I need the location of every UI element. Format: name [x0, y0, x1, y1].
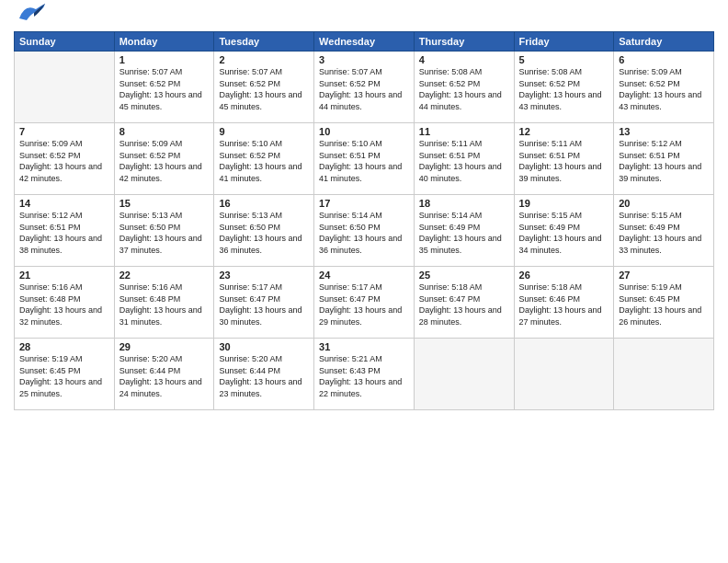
day-number: 12	[519, 126, 609, 137]
sunrise-label: Sunrise: 5:10 AM	[319, 139, 382, 148]
calendar-cell: 25 Sunrise: 5:18 AM Sunset: 6:47 PM Dayl…	[414, 267, 514, 339]
calendar-cell: 16 Sunrise: 5:13 AM Sunset: 6:50 PM Dayl…	[214, 195, 314, 267]
day-number: 15	[119, 198, 210, 209]
col-header-tuesday: Tuesday	[214, 32, 314, 52]
sunrise-label: Sunrise: 5:16 AM	[119, 282, 183, 292]
sunrise-label: Sunrise: 5:12 AM	[619, 139, 682, 148]
daylight-label: Daylight: 13 hours and 35 minutes.	[419, 234, 502, 255]
calendar-cell: 14 Sunrise: 5:12 AM Sunset: 6:51 PM Dayl…	[15, 195, 115, 267]
cell-info: Sunrise: 5:18 AM Sunset: 6:47 PM Dayligh…	[419, 282, 509, 327]
sunset-label: Sunset: 6:44 PM	[119, 366, 181, 375]
page: SundayMondayTuesdayWednesdayThursdayFrid…	[0, 0, 728, 563]
sunrise-label: Sunrise: 5:13 AM	[219, 211, 282, 220]
cell-info: Sunrise: 5:12 AM Sunset: 6:51 PM Dayligh…	[19, 210, 109, 256]
calendar-cell	[15, 52, 115, 123]
day-number: 13	[619, 126, 709, 137]
calendar-cell	[414, 339, 514, 410]
daylight-label: Daylight: 13 hours and 39 minutes.	[619, 162, 701, 183]
sunrise-label: Sunrise: 5:15 AM	[619, 211, 682, 220]
calendar-cell	[514, 339, 614, 410]
daylight-label: Daylight: 13 hours and 32 minutes.	[19, 305, 102, 327]
day-number: 9	[219, 126, 309, 137]
calendar-cell: 23 Sunrise: 5:17 AM Sunset: 6:47 PM Dayl…	[214, 267, 314, 339]
calendar-cell: 18 Sunrise: 5:14 AM Sunset: 6:49 PM Dayl…	[414, 195, 514, 267]
day-number: 7	[19, 126, 109, 137]
sunrise-label: Sunrise: 5:11 AM	[519, 139, 583, 148]
calendar-cell: 21 Sunrise: 5:16 AM Sunset: 6:48 PM Dayl…	[15, 267, 115, 339]
daylight-label: Daylight: 13 hours and 44 minutes.	[419, 90, 502, 111]
sunrise-label: Sunrise: 5:12 AM	[19, 211, 83, 220]
daylight-label: Daylight: 13 hours and 34 minutes.	[519, 234, 602, 255]
cell-info: Sunrise: 5:10 AM Sunset: 6:51 PM Dayligh…	[319, 138, 409, 184]
sunrise-label: Sunrise: 5:09 AM	[619, 67, 682, 76]
calendar-cell: 29 Sunrise: 5:20 AM Sunset: 6:44 PM Dayl…	[114, 339, 214, 410]
cell-info: Sunrise: 5:15 AM Sunset: 6:49 PM Dayligh…	[619, 210, 709, 256]
sunrise-label: Sunrise: 5:07 AM	[319, 67, 382, 76]
daylight-label: Daylight: 13 hours and 36 minutes.	[219, 234, 301, 255]
calendar-week-5: 28 Sunrise: 5:19 AM Sunset: 6:45 PM Dayl…	[15, 339, 714, 410]
day-number: 11	[419, 126, 509, 137]
sunrise-label: Sunrise: 5:19 AM	[19, 354, 83, 363]
sunset-label: Sunset: 6:45 PM	[19, 366, 81, 375]
cell-info: Sunrise: 5:13 AM Sunset: 6:50 PM Dayligh…	[119, 210, 210, 256]
cell-info: Sunrise: 5:19 AM Sunset: 6:45 PM Dayligh…	[19, 353, 109, 399]
calendar-cell: 20 Sunrise: 5:15 AM Sunset: 6:49 PM Dayl…	[614, 195, 714, 267]
calendar-cell: 1 Sunrise: 5:07 AM Sunset: 6:52 PM Dayli…	[114, 52, 214, 123]
day-number: 10	[319, 126, 409, 137]
daylight-label: Daylight: 13 hours and 31 minutes.	[119, 305, 202, 327]
day-number: 2	[219, 54, 309, 65]
day-number: 24	[319, 270, 409, 281]
col-header-saturday: Saturday	[614, 32, 714, 52]
sunrise-label: Sunrise: 5:15 AM	[519, 211, 583, 220]
calendar-cell: 31 Sunrise: 5:21 AM Sunset: 6:43 PM Dayl…	[314, 339, 415, 410]
calendar-cell: 11 Sunrise: 5:11 AM Sunset: 6:51 PM Dayl…	[414, 123, 514, 195]
daylight-label: Daylight: 13 hours and 27 minutes.	[519, 305, 602, 327]
header	[14, 9, 714, 26]
sunset-label: Sunset: 6:52 PM	[19, 151, 81, 160]
sunset-label: Sunset: 6:45 PM	[619, 294, 680, 304]
sunrise-label: Sunrise: 5:07 AM	[219, 67, 282, 76]
daylight-label: Daylight: 13 hours and 25 minutes.	[19, 377, 102, 398]
sunset-label: Sunset: 6:46 PM	[519, 294, 581, 304]
col-header-monday: Monday	[114, 32, 214, 52]
calendar-cell: 2 Sunrise: 5:07 AM Sunset: 6:52 PM Dayli…	[214, 52, 314, 123]
calendar-cell: 26 Sunrise: 5:18 AM Sunset: 6:46 PM Dayl…	[514, 267, 614, 339]
sunrise-label: Sunrise: 5:10 AM	[219, 139, 282, 148]
day-number: 22	[119, 270, 210, 281]
sunset-label: Sunset: 6:50 PM	[219, 223, 280, 232]
cell-info: Sunrise: 5:21 AM Sunset: 6:43 PM Dayligh…	[319, 353, 409, 399]
sunset-label: Sunset: 6:51 PM	[619, 151, 680, 160]
cell-info: Sunrise: 5:19 AM Sunset: 6:45 PM Dayligh…	[619, 282, 709, 327]
sunset-label: Sunset: 6:50 PM	[119, 223, 181, 232]
daylight-label: Daylight: 13 hours and 43 minutes.	[519, 90, 602, 111]
day-number: 31	[319, 341, 409, 352]
sunset-label: Sunset: 6:47 PM	[419, 294, 481, 304]
day-number: 25	[419, 270, 509, 281]
daylight-label: Daylight: 13 hours and 22 minutes.	[319, 377, 402, 398]
daylight-label: Daylight: 13 hours and 43 minutes.	[619, 90, 701, 111]
sunset-label: Sunset: 6:43 PM	[319, 366, 381, 375]
sunrise-label: Sunrise: 5:17 AM	[219, 282, 282, 292]
day-number: 23	[219, 270, 309, 281]
sunrise-label: Sunrise: 5:18 AM	[519, 282, 583, 292]
sunset-label: Sunset: 6:51 PM	[419, 151, 481, 160]
sunset-label: Sunset: 6:49 PM	[619, 223, 680, 232]
sunrise-label: Sunrise: 5:14 AM	[419, 211, 483, 220]
cell-info: Sunrise: 5:07 AM Sunset: 6:52 PM Dayligh…	[119, 66, 210, 112]
day-number: 8	[119, 126, 210, 137]
daylight-label: Daylight: 13 hours and 38 minutes.	[19, 234, 102, 255]
cell-info: Sunrise: 5:09 AM Sunset: 6:52 PM Dayligh…	[619, 66, 709, 112]
sunset-label: Sunset: 6:52 PM	[119, 79, 181, 88]
calendar-week-3: 14 Sunrise: 5:12 AM Sunset: 6:51 PM Dayl…	[15, 195, 714, 267]
calendar-cell: 6 Sunrise: 5:09 AM Sunset: 6:52 PM Dayli…	[614, 52, 714, 123]
calendar-cell: 17 Sunrise: 5:14 AM Sunset: 6:50 PM Dayl…	[314, 195, 415, 267]
cell-info: Sunrise: 5:08 AM Sunset: 6:52 PM Dayligh…	[419, 66, 509, 112]
cell-info: Sunrise: 5:16 AM Sunset: 6:48 PM Dayligh…	[119, 282, 210, 327]
daylight-label: Daylight: 13 hours and 41 minutes.	[219, 162, 301, 183]
cell-info: Sunrise: 5:18 AM Sunset: 6:46 PM Dayligh…	[519, 282, 609, 327]
cell-info: Sunrise: 5:13 AM Sunset: 6:50 PM Dayligh…	[219, 210, 309, 256]
col-header-friday: Friday	[514, 32, 614, 52]
col-header-thursday: Thursday	[414, 32, 514, 52]
daylight-label: Daylight: 13 hours and 37 minutes.	[119, 234, 202, 255]
daylight-label: Daylight: 13 hours and 30 minutes.	[219, 305, 301, 327]
